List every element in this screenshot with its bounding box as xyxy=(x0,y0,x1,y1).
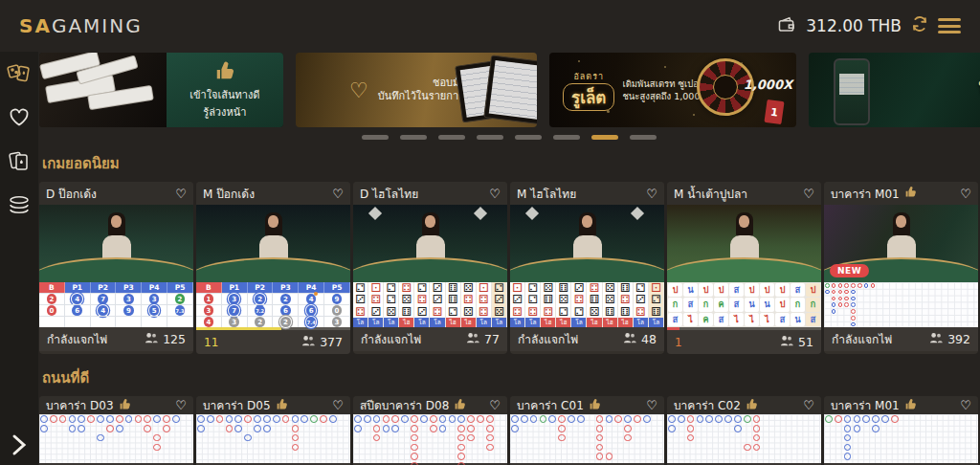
result-bubble: 5 xyxy=(149,305,160,316)
favorite-heart-icon[interactable]: ♡ xyxy=(175,399,187,411)
dice-column: ⚀⚁⚅โล xyxy=(649,282,663,327)
pokdeng-cell: 2 xyxy=(167,293,193,304)
favorite-heart-icon[interactable]: ♡ xyxy=(489,188,501,200)
die-face: ⚁ xyxy=(574,306,584,318)
banner-roads-tip[interactable]: เข้าใจเส้นทางดีรู้ล่วงหน้า xyxy=(39,53,283,127)
sparkle xyxy=(607,110,610,113)
player-count: 392 xyxy=(929,332,970,346)
game-card[interactable]: D ไฮโลไทย♡⚁⚂⚃โล⚀⚃⚂โล⚁⚁⚄โล⚃⚄⚅ไฮ⚁⚃⚂โล⚂⚂⚃โล… xyxy=(353,182,507,354)
carousel-dot[interactable] xyxy=(438,135,465,140)
road-cell-banker xyxy=(844,290,849,295)
game-card[interactable]: บาคาร่า D03♡กำลังแจกไพ่1,093 xyxy=(39,396,193,465)
carousel-dot[interactable] xyxy=(400,135,427,140)
carousel-dot-active[interactable] xyxy=(591,135,618,140)
sidebar-item-cards[interactable] xyxy=(7,149,32,174)
road-cell-banker xyxy=(163,425,170,432)
game-card[interactable]: D ป๊อกเด้ง♡BP1P2P3P4P5247332064957.3กำลั… xyxy=(39,182,193,354)
expand-sidebar-button[interactable] xyxy=(0,429,38,461)
sidebar-item-favorites[interactable] xyxy=(7,105,32,130)
result-bubble: 6 xyxy=(280,305,291,316)
favorite-heart-icon[interactable]: ♡ xyxy=(960,399,971,411)
pokdeng-cell xyxy=(91,316,117,327)
players-icon xyxy=(929,332,943,346)
dice-board: ⚀⚂⚃โล⚁⚁⚃โล⚄⚅⚃ไฮ⚅⚄⚁ไฮ⚂⚃⚁โล⚃⚅⚄ไฮ⚄⚄⚅ไฮ⚅⚃⚅ไฮ… xyxy=(510,282,664,327)
favorite-heart-icon[interactable]: ♡ xyxy=(803,188,814,200)
lamp-decor xyxy=(474,207,487,220)
die-face: ⚂ xyxy=(433,294,442,305)
road-cell-banker xyxy=(467,415,475,423)
dice-column: ⚂⚃⚁โล xyxy=(571,282,586,327)
road-cell-banker xyxy=(851,309,856,314)
pokdeng-cell: 9 xyxy=(324,293,350,304)
symbol-tile: ป xyxy=(714,283,728,297)
pokdeng-header-row: BP1P2P3P4P5 xyxy=(196,282,350,293)
road-cell-player xyxy=(40,425,48,432)
carousel-dot[interactable] xyxy=(630,135,657,140)
road-cell-player xyxy=(78,425,85,432)
symbol-row: ปนปปสปปปสป xyxy=(668,283,820,297)
banner-favorites-tip[interactable]: ♡ชอบมั้ย?บันทึกไว้ในรายการโปรดของฉัน!♥♥ xyxy=(296,53,537,127)
road-cell-player xyxy=(577,415,585,423)
road-cell-banker xyxy=(153,444,161,452)
game-card[interactable]: M ป๊อกเด้ง♡BP1P2P3P4P5132249377.26604322… xyxy=(196,182,350,354)
road-cell-banker xyxy=(753,434,761,442)
pokdeng-cell: 7 xyxy=(222,304,248,316)
carousel-dot[interactable] xyxy=(515,135,542,140)
banner-ultra-roulette[interactable]: อัลตรารูเล็ตเดิมพันสเตรท ซูเปอร์ชาร์จ!ชน… xyxy=(549,53,796,127)
road-cell-banker xyxy=(486,415,494,423)
status-text: กำลังแจกไพ่ xyxy=(832,330,892,348)
favorite-heart-icon[interactable]: ♡ xyxy=(332,188,344,200)
road-cell-tie xyxy=(310,415,318,423)
favorite-heart-icon[interactable]: ♡ xyxy=(960,188,971,200)
favorite-heart-icon[interactable]: ♡ xyxy=(175,188,187,200)
road-cell-player xyxy=(643,415,651,423)
game-title: บาคาร่า D03 xyxy=(46,396,114,414)
game-card[interactable]: บาคาร่า M01♡NEWกำลังแจกไพ่392 xyxy=(824,182,978,354)
favorite-heart-icon[interactable]: ♡ xyxy=(332,399,344,411)
sidebar-item-lobby[interactable] xyxy=(7,61,32,86)
die-face: ⚂ xyxy=(494,294,503,305)
game-card[interactable]: บาคาร่า M01♡กำลังแจกไพ่942 xyxy=(824,396,978,465)
menu-icon[interactable] xyxy=(938,18,961,33)
favorite-heart-icon[interactable]: ♡ xyxy=(646,188,657,200)
game-card[interactable]: สปีดบาคาร่า D08♡กำลังแจกไพ่1,060 xyxy=(353,396,507,465)
favorite-heart-icon[interactable]: ♡ xyxy=(489,399,501,411)
game-card[interactable]: บาคาร่า D05♡891 xyxy=(196,396,350,465)
die-face: ⚄ xyxy=(559,294,568,305)
result-bubble: 2 xyxy=(255,294,265,304)
die-face: ⚄ xyxy=(494,306,503,318)
carousel-dot[interactable] xyxy=(477,135,503,140)
dealer-video-thumbnail xyxy=(196,205,350,282)
carousel-dot[interactable] xyxy=(362,135,389,140)
road-cell-player xyxy=(851,322,856,327)
road-cell-banker xyxy=(838,290,843,295)
game-card-header: M น้ำเต้าปูปลา♡ xyxy=(667,182,821,205)
game-card[interactable]: บาคาร่า C02♡978 xyxy=(667,396,821,465)
symbol-tile: ก xyxy=(699,298,713,311)
favorite-heart-icon[interactable]: ♡ xyxy=(646,399,657,411)
pokdeng-cell: 9 xyxy=(116,304,142,316)
die-face: ⚄ xyxy=(463,306,473,318)
banner-namtao[interactable]: น้ำเต้โชคด xyxy=(809,53,980,127)
result-bubble: 4 xyxy=(72,294,82,304)
player-count: 77 xyxy=(466,332,500,346)
favorite-heart-icon[interactable]: ♡ xyxy=(803,399,814,411)
game-card[interactable]: M น้ำเต้าปูปลา♡ปนปปสปปปสปกสกคสนนปกกสไคสไ… xyxy=(667,182,821,354)
result-bubble: 6 xyxy=(306,305,317,316)
road-cell-player xyxy=(153,415,161,423)
carousel-dot[interactable] xyxy=(553,135,580,140)
dice-column: ⚄⚄⚅ไฮ xyxy=(603,282,617,327)
symbol-tile: ไ xyxy=(729,313,744,326)
balance-area: 312.00 THB xyxy=(778,15,961,36)
refresh-icon[interactable] xyxy=(911,15,928,36)
road-cell-tie xyxy=(825,283,830,288)
symbol-tile: ก xyxy=(668,298,682,311)
game-screenshot: ♥ xyxy=(483,55,537,124)
game-card-header: M ไฮโลไทย♡ xyxy=(510,182,664,205)
dice-column: ⚃⚅⚄ไฮ xyxy=(587,282,601,327)
result-bubble: 2 xyxy=(255,317,265,327)
game-card[interactable]: M ไฮโลไทย♡⚀⚂⚃โล⚁⚁⚃โล⚄⚅⚃ไฮ⚅⚄⚁ไฮ⚂⚃⚁โล⚃⚅⚄ไฮ… xyxy=(510,182,664,354)
road-cell-player xyxy=(69,415,77,423)
sidebar-item-tables[interactable] xyxy=(7,193,32,218)
game-card[interactable]: บาคาร่า C01♡กำลังแจกไพ่975 xyxy=(510,396,664,465)
